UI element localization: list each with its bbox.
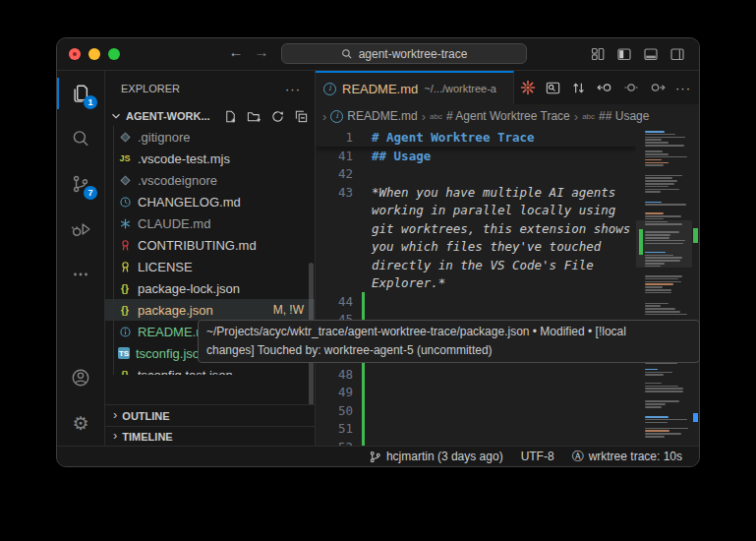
file-row[interactable]: CLAUDE.md	[105, 212, 315, 234]
minimap-text-line	[645, 243, 683, 245]
titlebar: ← → agent-worktree-trace	[57, 38, 699, 71]
additional-views-icon[interactable]	[57, 252, 104, 297]
accounts-icon[interactable]	[57, 355, 104, 400]
editor-line[interactable]: working in parallel locally using	[316, 202, 636, 220]
minimap-text-line	[645, 292, 671, 294]
tab-readme[interactable]: i README.md ~/.../worktree-a	[316, 71, 514, 104]
minimap-text-line	[645, 281, 681, 283]
file-row[interactable]: CHANGELOG.md	[105, 191, 315, 212]
editor-line[interactable]: 1 # Agent Worktree Trace	[316, 128, 636, 147]
file-row[interactable]: CONTRIBUTING.md	[105, 234, 315, 256]
close-button[interactable]	[69, 48, 81, 60]
previous-change-icon[interactable]	[596, 79, 613, 96]
git-added-marker	[362, 420, 365, 439]
git-added-marker	[362, 438, 365, 446]
run-debug-activity-icon[interactable]	[57, 207, 104, 252]
minimap-text-line	[645, 369, 658, 371]
minimap-text-line	[645, 180, 677, 182]
minimap-text-line	[645, 237, 669, 239]
toggle-secondary-sidebar-icon[interactable]	[669, 46, 685, 62]
explorer-activity-icon[interactable]: 1	[57, 71, 104, 116]
folder-section-header[interactable]: AGENT-WORK...	[105, 106, 315, 126]
line-number: 49	[316, 385, 362, 399]
new-folder-icon[interactable]	[247, 109, 262, 124]
breadcrumb-item[interactable]: abc## Usage	[582, 109, 649, 123]
file-row[interactable]: {} package-lock.json	[105, 277, 315, 299]
file-name: CONTRIBUTING.md	[138, 238, 257, 253]
worktree-trace-status[interactable]: Ⓐ wrktree trace: 10s	[563, 450, 691, 463]
git-added-marker	[362, 365, 365, 384]
file-type-icon: {}	[118, 368, 132, 375]
toggle-primary-sidebar-icon[interactable]	[616, 46, 632, 62]
editor-line[interactable]: git worktrees, this extension shows	[316, 219, 636, 238]
minimap-text-line	[645, 283, 673, 285]
minimap-text-line	[645, 305, 661, 307]
customize-layout-icon[interactable]	[590, 46, 606, 62]
symbol-string-icon: abc	[430, 112, 442, 121]
minimap-text-line	[645, 430, 669, 432]
minimap-text-line	[645, 383, 662, 385]
source-control-activity-icon[interactable]: 7	[57, 161, 104, 207]
current-change-icon[interactable]	[622, 79, 640, 96]
minimap-text-line	[645, 314, 687, 316]
maximize-button[interactable]	[108, 48, 120, 60]
collapse-all-icon[interactable]	[294, 109, 309, 124]
breadcrumb-item[interactable]: iREADME.md	[330, 109, 417, 123]
timeline-panel-header[interactable]: › TIMELINE	[105, 426, 315, 446]
minimap-text-line	[645, 428, 688, 430]
file-row[interactable]: .vscodeignore	[105, 169, 315, 191]
editor-line[interactable]: 41 ## Usage	[316, 147, 636, 165]
more-actions-icon[interactable]: ···	[675, 81, 691, 95]
minimap-text-line	[645, 289, 671, 291]
minimap-text-line	[645, 202, 662, 204]
editor-line[interactable]: 50	[316, 401, 636, 420]
chevron-right-icon: ›	[322, 109, 326, 124]
ruler-info-marker	[693, 413, 698, 422]
editor-line[interactable]: 49	[316, 384, 636, 402]
code-area[interactable]: 1 # Agent Worktree Trace 41 ## Usage 42 …	[316, 128, 636, 446]
line-number: 50	[316, 403, 362, 418]
command-center[interactable]: agent-worktree-trace	[281, 43, 527, 64]
new-file-icon[interactable]	[223, 109, 238, 124]
extension-starburst-icon[interactable]	[520, 80, 536, 95]
outline-panel-header[interactable]: › OUTLINE	[105, 404, 315, 426]
git-branch-status[interactable]: hcjmartin (3 days ago)	[360, 450, 512, 463]
compare-changes-icon[interactable]	[570, 80, 587, 96]
editor-line[interactable]: 44	[316, 292, 636, 311]
file-row[interactable]: .gitignore	[105, 126, 315, 148]
file-type-icon	[118, 238, 132, 252]
editor-line[interactable]: Explorer.*	[316, 274, 636, 293]
editor-actions: ···	[520, 71, 699, 104]
editor-line[interactable]: 52	[316, 438, 636, 446]
search-activity-icon[interactable]	[57, 116, 104, 161]
encoding-status[interactable]: UTF-8	[512, 450, 563, 463]
timeline-label: TIMELINE	[122, 431, 172, 443]
breadcrumb-item[interactable]: abc# Agent Worktree Trace	[430, 109, 570, 123]
next-change-icon[interactable]	[649, 79, 667, 96]
git-added-marker	[362, 147, 365, 165]
toggle-panel-icon[interactable]	[643, 46, 659, 62]
file-row[interactable]: JS .vscode-test.mjs	[105, 148, 315, 169]
editor-line[interactable]: 51	[316, 420, 636, 439]
editor-line[interactable]: 48	[316, 365, 636, 384]
open-preview-icon[interactable]	[545, 80, 561, 96]
settings-gear-icon[interactable]: ⚙	[57, 400, 104, 446]
git-added-marker	[362, 165, 365, 184]
editor-line[interactable]: 43 *When you have multiple AI agents	[316, 183, 636, 202]
file-row[interactable]: {} package.json M, !W	[105, 299, 315, 321]
line-number: 52	[316, 440, 362, 446]
editor-line[interactable]: you which files they've touched	[316, 238, 636, 257]
back-button[interactable]: ←	[226, 43, 246, 60]
sidebar-more-actions-icon[interactable]: ···	[285, 82, 301, 96]
editor-line[interactable]: 42	[316, 165, 636, 184]
overview-ruler[interactable]	[692, 128, 699, 446]
file-row[interactable]: LICENSE	[105, 256, 315, 277]
forward-button[interactable]: →	[252, 43, 271, 60]
minimize-button[interactable]	[88, 48, 100, 60]
file-row[interactable]: {} tsconfig.test.json	[105, 364, 315, 375]
search-icon	[341, 48, 353, 60]
activity-bar: 1 7	[57, 71, 105, 446]
minimap[interactable]	[636, 128, 692, 446]
refresh-icon[interactable]	[270, 109, 285, 124]
editor-line[interactable]: directly in the VS Code's File	[316, 256, 636, 274]
